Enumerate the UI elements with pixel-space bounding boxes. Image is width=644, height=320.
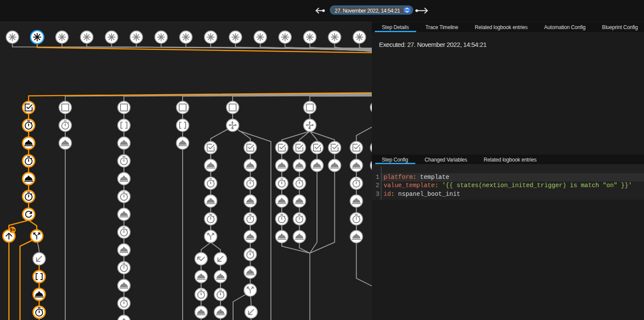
svg-text:27. November 2022, 14:54:21: 27. November 2022, 14:54:21	[335, 8, 400, 14]
svg-text:9+: 9+	[10, 227, 15, 232]
